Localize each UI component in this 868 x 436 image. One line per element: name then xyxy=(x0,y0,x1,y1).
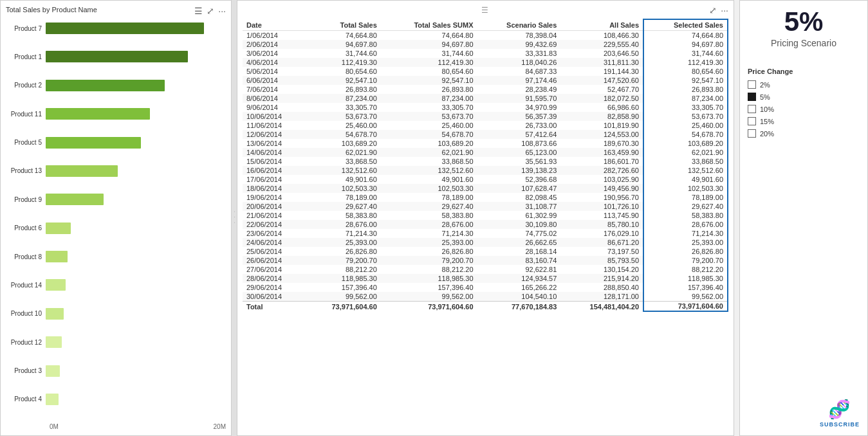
bar xyxy=(46,223,71,234)
table-cell: 99,562.00 xyxy=(381,292,477,302)
price-option-label: 15% xyxy=(760,118,774,125)
table-cell: 124,934.57 xyxy=(477,274,561,283)
table-cell: 61,302.99 xyxy=(477,211,561,220)
price-option-2%[interactable]: 2% xyxy=(748,80,860,89)
price-option-10%[interactable]: 10% xyxy=(748,105,860,113)
bar-row[interactable]: Product 6 xyxy=(6,220,226,237)
table-cell: 25,460.00 xyxy=(381,121,477,130)
middle-header: ☰ ⤢ ··· xyxy=(243,6,728,15)
table-cell: 182,072.50 xyxy=(560,94,643,103)
price-change-title: Price Change xyxy=(748,68,860,75)
bar-row[interactable]: Product 8 xyxy=(6,248,226,265)
scenario-subtitle: Pricing Scenario xyxy=(748,38,860,48)
table-header-selected-sales: Selected Sales xyxy=(643,19,728,31)
table-cell: 157,396.40 xyxy=(643,283,728,292)
bar-container xyxy=(46,336,226,348)
table-cell: 176,029.10 xyxy=(560,229,643,238)
table-cell: 190,956.70 xyxy=(560,193,643,202)
table-cell: 33,331.83 xyxy=(477,49,561,58)
table-cell: 103,689.20 xyxy=(304,139,380,148)
table-cell: 29,627.40 xyxy=(381,202,477,211)
table-cell: 26,662.65 xyxy=(477,238,561,247)
subscribe-text: SUBSCRIBE xyxy=(820,421,860,428)
bar-row[interactable]: Product 13 xyxy=(6,163,226,179)
expand-icon-middle[interactable]: ⤢ xyxy=(709,5,717,15)
bar-row[interactable]: Product 5 xyxy=(6,134,226,151)
price-option-5%[interactable]: 5% xyxy=(748,93,860,101)
checkbox-20%[interactable] xyxy=(748,129,756,138)
bar-container xyxy=(46,308,226,320)
table-cell: 157,396.40 xyxy=(381,283,477,292)
expand-icon[interactable]: ⤢ xyxy=(207,6,214,16)
table-row: 5/06/201480,654.6080,654.6084,687.33191,… xyxy=(243,67,728,76)
bar-label: Product 3 xyxy=(6,367,46,374)
table-cell: 92,622.81 xyxy=(477,265,561,274)
table-cell: 62,021.90 xyxy=(381,148,477,157)
bar-row[interactable]: Product 11 xyxy=(6,105,226,122)
table-row: 13/06/2014103,689.20103,689.20108,873.66… xyxy=(243,139,728,148)
table-cell: 62,021.90 xyxy=(304,148,380,157)
bar-container xyxy=(46,365,226,377)
table-cell: 52,467.70 xyxy=(560,85,643,94)
table-cell: 79,200.70 xyxy=(643,256,728,265)
bar-container xyxy=(46,251,226,262)
checkbox-15%[interactable] xyxy=(748,117,756,125)
bar-label: Product 6 xyxy=(6,224,46,232)
table-cell: 84,687.33 xyxy=(477,67,561,76)
data-table: DateTotal SalesTotal Sales SUMXScenario … xyxy=(243,19,728,312)
bar-row[interactable]: Product 7 xyxy=(6,20,226,37)
table-cell: 79,200.70 xyxy=(304,256,380,265)
table-cell: 23/06/2014 xyxy=(243,229,304,238)
bar-row[interactable]: Product 2 xyxy=(6,77,226,94)
bar xyxy=(46,279,66,291)
table-cell: 49,901.60 xyxy=(304,175,380,184)
table-wrapper[interactable]: DateTotal SalesTotal Sales SUMXScenario … xyxy=(243,19,728,312)
price-option-20%[interactable]: 20% xyxy=(748,129,860,138)
hamburger-icon[interactable]: ☰ xyxy=(194,6,203,16)
checkbox-10%[interactable] xyxy=(748,105,756,113)
table-cell: 102,503.30 xyxy=(304,184,380,193)
table-row: 16/06/2014132,512.60132,512.60139,138.23… xyxy=(243,166,728,175)
table-cell: 12/06/2014 xyxy=(243,130,304,139)
bar-row[interactable]: Product 12 xyxy=(6,334,226,350)
table-cell: 94,697.80 xyxy=(381,40,477,49)
total-row: Total73,971,604.6073,971,604.6077,670,18… xyxy=(243,302,728,312)
bar-label: Product 7 xyxy=(6,25,46,32)
bar-row[interactable]: Product 10 xyxy=(6,305,226,322)
checkbox-5%[interactable] xyxy=(748,93,756,101)
table-cell: 18/06/2014 xyxy=(243,184,304,193)
bar-row[interactable]: Product 1 xyxy=(6,48,226,65)
bar-row[interactable]: Product 3 xyxy=(6,363,226,379)
right-panel: 5% Pricing Scenario Price Change 2% 5% 1… xyxy=(739,0,868,436)
table-row: 24/06/201425,393.0025,393.0026,662.6586,… xyxy=(243,238,728,247)
table-cell: 186,601.70 xyxy=(560,157,643,166)
bar xyxy=(46,108,150,120)
bar-row[interactable]: Product 9 xyxy=(6,191,226,208)
table-cell: 31,744.60 xyxy=(304,49,380,58)
subscribe-area[interactable]: 🧬 SUBSCRIBE xyxy=(820,399,860,428)
table-cell: 13/06/2014 xyxy=(243,139,304,148)
table-cell: 163,459.90 xyxy=(560,148,643,157)
table-cell: 29,627.40 xyxy=(304,202,380,211)
table-header-total-sales-sumx: Total Sales SUMX xyxy=(381,19,477,31)
resize-handle[interactable]: · · · xyxy=(232,0,237,436)
bar-row[interactable]: Product 14 xyxy=(6,277,226,293)
table-row: 17/06/201449,901.6049,901.6052,396.68103… xyxy=(243,175,728,184)
table-cell: 31,744.60 xyxy=(381,49,477,58)
table-row: 18/06/2014102,503.30102,503.30107,628.47… xyxy=(243,184,728,193)
table-cell: 26,893.80 xyxy=(643,85,728,94)
table-cell: 25,460.00 xyxy=(643,121,728,130)
table-cell: 33,305.70 xyxy=(381,103,477,112)
more-icon[interactable]: ··· xyxy=(218,6,226,16)
price-options: 2% 5% 10% 15% 20% xyxy=(748,80,860,138)
table-cell: 71,214.30 xyxy=(304,229,380,238)
bar-row[interactable]: Product 4 xyxy=(6,391,226,408)
table-cell: 130,154.20 xyxy=(560,265,643,274)
table-cell: 20/06/2014 xyxy=(243,202,304,211)
bar-label: Product 8 xyxy=(6,253,46,260)
table-cell: 118,040.26 xyxy=(477,58,561,67)
table-cell: 80,654.60 xyxy=(643,67,728,76)
more-icon-middle[interactable]: ··· xyxy=(721,5,728,15)
checkbox-2%[interactable] xyxy=(748,80,756,89)
price-option-15%[interactable]: 15% xyxy=(748,117,860,125)
